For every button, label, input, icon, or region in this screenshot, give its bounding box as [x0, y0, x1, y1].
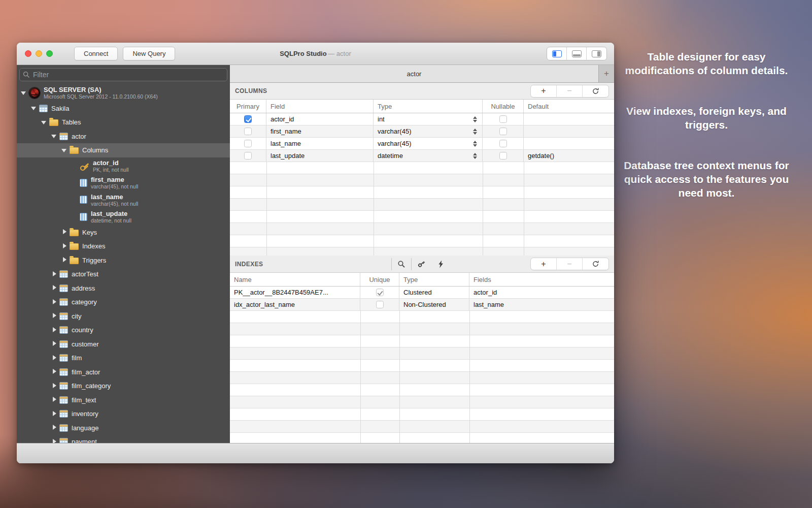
refresh-indexes-button[interactable]	[583, 258, 608, 270]
tree-item[interactable]: last_update datetime, not null	[17, 208, 230, 226]
type-cell[interactable]: int	[374, 113, 483, 125]
type-cell[interactable]: datetime	[374, 150, 483, 162]
disclosure-triangle-icon[interactable]	[61, 243, 67, 249]
disclosure-triangle-icon[interactable]	[72, 214, 78, 220]
primary-checkbox[interactable]	[244, 140, 252, 147]
index-row[interactable]: PK__actor__8B2447B459AE7... Clustered ac…	[230, 287, 614, 299]
nullable-checkbox[interactable]	[499, 115, 507, 123]
type-dropdown-stepper-icon[interactable]	[473, 153, 478, 159]
tree-item[interactable]: first_name varchar(45), not null	[17, 174, 230, 192]
tree-item[interactable]: film_actor	[17, 365, 230, 379]
disclosure-triangle-icon[interactable]	[61, 147, 67, 153]
filter-input[interactable]	[19, 68, 227, 81]
tree-item[interactable]: customer	[17, 337, 230, 352]
remove-index-button[interactable]: −	[557, 258, 583, 270]
disclosure-triangle-icon[interactable]	[51, 383, 57, 389]
foreign-keys-tab-button[interactable]	[412, 260, 431, 268]
disclosure-triangle-icon[interactable]	[41, 119, 47, 125]
disclosure-triangle-icon[interactable]	[51, 369, 57, 375]
disclosure-triangle-icon[interactable]	[51, 411, 57, 417]
disclosure-triangle-icon[interactable]	[31, 105, 37, 111]
add-index-button[interactable]: +	[531, 258, 557, 270]
remove-column-button[interactable]: −	[557, 85, 583, 97]
disclosure-triangle-icon[interactable]	[72, 180, 78, 186]
index-name-cell[interactable]: idx_actor_last_name	[230, 299, 360, 310]
toggle-left-panel-button[interactable]	[547, 47, 567, 60]
new-query-button[interactable]: New Query	[123, 47, 175, 60]
tree-item[interactable]: Tables	[17, 115, 230, 130]
tree-item[interactable]: actor_id PK, int, not null	[17, 157, 230, 175]
index-type-cell[interactable]: Non-Clustered	[399, 299, 469, 310]
tree-item[interactable]: film_text	[17, 393, 230, 407]
tree-item[interactable]: SQL SERVER (SA) Microsoft SQL Server 201…	[17, 84, 230, 102]
disclosure-triangle-icon[interactable]	[51, 271, 57, 277]
minimize-window-button[interactable]	[36, 50, 42, 57]
disclosure-triangle-icon[interactable]	[72, 197, 78, 203]
tree-item[interactable]: film_category	[17, 379, 230, 393]
default-cell[interactable]	[524, 125, 614, 137]
type-cell[interactable]: varchar(45)	[374, 125, 483, 137]
tree-item[interactable]: actor	[17, 130, 230, 144]
disclosure-triangle-icon[interactable]	[51, 133, 57, 139]
disclosure-triangle-icon[interactable]	[51, 313, 57, 319]
refresh-columns-button[interactable]	[583, 85, 608, 97]
tree-item[interactable]: language	[17, 421, 230, 435]
unique-checkbox[interactable]	[376, 289, 384, 296]
tree-item[interactable]: inventory	[17, 407, 230, 421]
field-cell[interactable]: last_name	[266, 138, 374, 149]
index-fields-cell[interactable]: last_name	[469, 299, 614, 310]
disclosure-triangle-icon[interactable]	[51, 439, 57, 443]
disclosure-triangle-icon[interactable]	[72, 163, 78, 169]
primary-checkbox[interactable]	[244, 128, 252, 135]
tree-item[interactable]: country	[17, 323, 230, 337]
default-cell[interactable]	[524, 113, 614, 125]
index-fields-cell[interactable]: actor_id	[469, 287, 614, 298]
type-cell[interactable]: varchar(45)	[374, 138, 483, 149]
unique-checkbox[interactable]	[376, 301, 384, 308]
tree-item[interactable]: category	[17, 295, 230, 309]
disclosure-triangle-icon[interactable]	[21, 90, 27, 96]
tree-item[interactable]: actorTest	[17, 267, 230, 281]
primary-checkbox[interactable]	[244, 152, 252, 160]
disclosure-triangle-icon[interactable]	[51, 425, 57, 431]
close-window-button[interactable]	[25, 50, 31, 57]
tree-item[interactable]: city	[17, 309, 230, 324]
field-cell[interactable]: last_update	[266, 150, 374, 162]
tree-item[interactable]: Indexes	[17, 239, 230, 253]
index-type-cell[interactable]: Clustered	[399, 287, 469, 298]
indexes-tab-button[interactable]	[392, 260, 411, 268]
tree-item[interactable]: Keys	[17, 226, 230, 240]
nullable-checkbox[interactable]	[499, 140, 507, 147]
primary-checkbox[interactable]	[244, 115, 252, 123]
index-row[interactable]: idx_actor_last_name Non-Clustered last_n…	[230, 299, 614, 311]
column-row[interactable]: first_name varchar(45)	[230, 125, 614, 138]
disclosure-triangle-icon[interactable]	[61, 229, 67, 235]
type-dropdown-stepper-icon[interactable]	[473, 141, 478, 147]
tree-item[interactable]: payment	[17, 435, 230, 443]
index-name-cell[interactable]: PK__actor__8B2447B459AE7...	[230, 287, 360, 298]
tree-item[interactable]: Sakila	[17, 102, 230, 116]
disclosure-triangle-icon[interactable]	[51, 397, 57, 403]
disclosure-triangle-icon[interactable]	[51, 285, 57, 291]
tab-actor[interactable]: actor	[230, 65, 599, 82]
field-cell[interactable]: first_name	[266, 125, 374, 137]
titlebar[interactable]: Connect New Query SQLPro Studio — actor	[17, 43, 614, 65]
type-dropdown-stepper-icon[interactable]	[473, 129, 478, 135]
disclosure-triangle-icon[interactable]	[51, 327, 57, 333]
tree-item[interactable]: address	[17, 281, 230, 296]
field-cell[interactable]: actor_id	[266, 113, 374, 125]
disclosure-triangle-icon[interactable]	[61, 257, 67, 263]
toggle-bottom-panel-button[interactable]	[567, 47, 587, 60]
column-row[interactable]: last_name varchar(45)	[230, 138, 614, 150]
zoom-window-button[interactable]	[46, 50, 53, 57]
tree-item[interactable]: last_name varchar(45), not null	[17, 192, 230, 209]
column-row[interactable]: last_update datetime getdate()	[230, 150, 614, 162]
triggers-tab-button[interactable]	[431, 260, 450, 268]
disclosure-triangle-icon[interactable]	[51, 355, 57, 361]
tree-item[interactable]: film	[17, 351, 230, 365]
default-cell[interactable]	[524, 138, 614, 149]
tree-item[interactable]: Columns	[17, 143, 230, 157]
toggle-right-panel-button[interactable]	[587, 47, 606, 60]
tree-item[interactable]: Triggers	[17, 253, 230, 268]
nullable-checkbox[interactable]	[499, 128, 507, 135]
